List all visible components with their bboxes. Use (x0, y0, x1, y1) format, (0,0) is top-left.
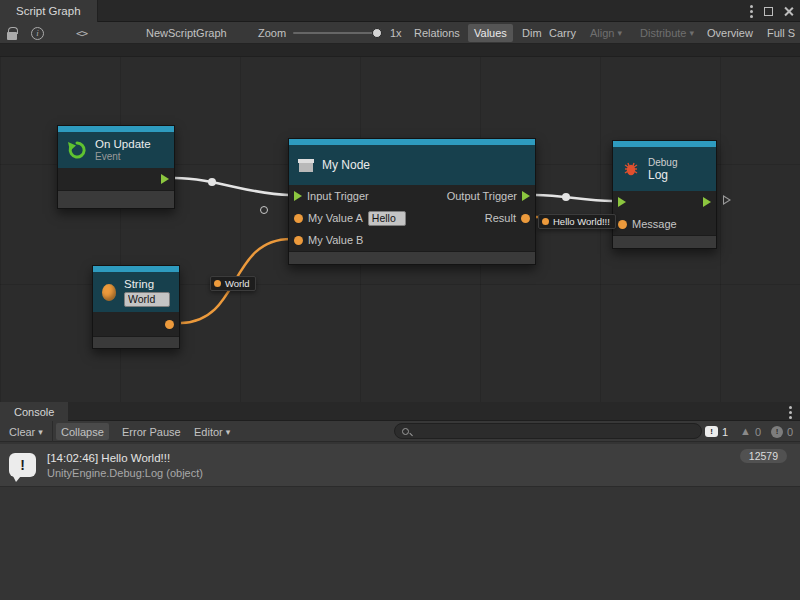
string-node[interactable]: String (92, 265, 180, 349)
info-icon[interactable]: i (31, 22, 44, 44)
port-label: Input Trigger (307, 190, 369, 202)
event-loop-icon (67, 140, 87, 160)
log-line-1: [14:02:46] Hello World!!! (47, 452, 203, 464)
port-label: My Value A (308, 212, 363, 224)
on-update-node[interactable]: On Update Event (57, 125, 175, 209)
port-label: Result (485, 212, 516, 224)
unity-editor-window: Script Graph i <> NewScriptGraph Zoom 1x… (0, 0, 800, 600)
tab-label: Script Graph (16, 5, 81, 17)
carry-arrow-icon (723, 195, 731, 205)
node-footer (613, 235, 716, 248)
trigger-output-port[interactable] (161, 174, 169, 184)
string-value-input[interactable] (124, 292, 170, 307)
my-node[interactable]: My Node Input Trigger Output Trigger My … (288, 138, 536, 265)
console-search[interactable] (394, 423, 702, 439)
info-count: 1 (722, 426, 728, 438)
value-dot-icon (214, 280, 221, 287)
error-count: 0 (787, 426, 793, 438)
console-panel: Console Clear Collapse Error Pause Edito… (0, 402, 800, 600)
bug-icon (622, 161, 640, 177)
collapse-toggle[interactable]: Collapse (56, 423, 109, 440)
search-input[interactable] (414, 425, 694, 437)
my-value-a-port[interactable] (294, 214, 303, 223)
carry-button[interactable]: Carry (545, 22, 580, 44)
node-title: On Update (95, 138, 151, 150)
close-icon[interactable] (784, 6, 794, 16)
maximize-icon[interactable] (764, 7, 773, 16)
debug-output-trigger-port[interactable] (703, 197, 711, 207)
result-port[interactable] (521, 214, 530, 223)
input-trigger-port[interactable] (294, 191, 302, 201)
string-output-port[interactable] (165, 320, 174, 329)
window-titlebar: Script Graph (0, 0, 800, 22)
clear-button[interactable]: Clear (4, 421, 48, 442)
trigger-wire-mynode-to-debug[interactable] (536, 195, 612, 201)
node-header: String (93, 272, 179, 312)
window-controls (750, 0, 794, 22)
node-subtitle: Event (95, 151, 151, 162)
graph-name-label: NewScriptGraph (146, 22, 227, 44)
string-literal-icon (102, 284, 116, 301)
wire-dot (208, 178, 216, 186)
value-dot-icon (542, 218, 549, 225)
console-toolbar: Clear Collapse Error Pause Editor ! 1 ▲ … (0, 421, 800, 442)
unconnected-port-icon (260, 206, 268, 214)
log-line-2: UnityEngine.Debug:Log (object) (47, 467, 203, 479)
node-header: On Update Event (58, 132, 174, 168)
log-message-icon: ! (9, 453, 36, 477)
message-port[interactable] (618, 220, 627, 229)
warning-icon: ▲ (740, 426, 751, 437)
error-pause-toggle[interactable]: Error Pause (117, 421, 186, 442)
graph-canvas[interactable]: On Update Event My Node Input Trigger Ou… (0, 44, 800, 402)
tab-console[interactable]: Console (0, 402, 68, 421)
window-menu-icon[interactable] (750, 5, 753, 18)
port-label: My Value B (308, 234, 363, 246)
zoom-slider-handle[interactable] (372, 28, 382, 38)
search-icon (402, 428, 409, 435)
zoom-value: 1x (390, 22, 402, 44)
tab-label: Console (14, 406, 54, 418)
console-menu-icon[interactable] (789, 406, 792, 419)
zoom-label: Zoom (258, 22, 286, 44)
port-label: Output Trigger (447, 190, 517, 202)
box-icon (298, 158, 314, 173)
overview-button[interactable]: Overview (703, 22, 757, 44)
warning-count-toggle[interactable]: ▲ 0 (740, 421, 761, 442)
warning-count: 0 (755, 426, 761, 438)
wire-dot (562, 193, 570, 201)
graph-toolbar: i <> NewScriptGraph Zoom 1x Relations Va… (0, 22, 800, 44)
node-header: My Node (289, 145, 535, 185)
fullscreen-button[interactable]: Full S (763, 22, 799, 44)
node-category: Debug (648, 157, 677, 168)
relations-button[interactable]: Relations (410, 22, 464, 44)
editor-dropdown[interactable]: Editor (189, 421, 235, 442)
info-count-toggle[interactable]: ! 1 (705, 421, 728, 442)
log-entry[interactable]: ! [14:02:46] Hello World!!! UnityEngine.… (0, 444, 800, 487)
node-footer (58, 190, 174, 208)
zoom-slider[interactable] (293, 22, 379, 44)
wire-value-badge: World (210, 276, 256, 291)
debug-log-node[interactable]: Debug Log Message (612, 140, 717, 249)
dim-button[interactable]: Dim (518, 22, 546, 44)
tab-script-graph[interactable]: Script Graph (0, 0, 98, 22)
wire-value-badge: Hello World!!! (538, 214, 616, 229)
node-title: My Node (322, 158, 370, 172)
divider (52, 421, 53, 442)
node-title: Log (648, 168, 677, 182)
my-value-b-port[interactable] (294, 236, 303, 245)
debug-input-trigger-port[interactable] (618, 197, 626, 207)
my-value-a-input[interactable] (368, 211, 406, 226)
collapse-count-badge: 12579 (740, 449, 787, 463)
error-count-toggle[interactable]: ! 0 (771, 421, 793, 442)
edit-script-icon[interactable]: <> (76, 22, 87, 44)
distribute-dropdown[interactable]: Distribute (636, 22, 698, 44)
trigger-wire-onupdate-to-mynode[interactable] (175, 178, 289, 195)
lock-icon[interactable] (7, 22, 17, 44)
console-log-list[interactable]: ! [14:02:46] Hello World!!! UnityEngine.… (0, 442, 800, 600)
node-footer (93, 336, 179, 348)
error-icon: ! (771, 426, 783, 438)
output-trigger-port[interactable] (522, 191, 530, 201)
align-dropdown[interactable]: Align (586, 22, 626, 44)
info-icon: ! (705, 426, 718, 437)
values-button[interactable]: Values (468, 24, 513, 42)
